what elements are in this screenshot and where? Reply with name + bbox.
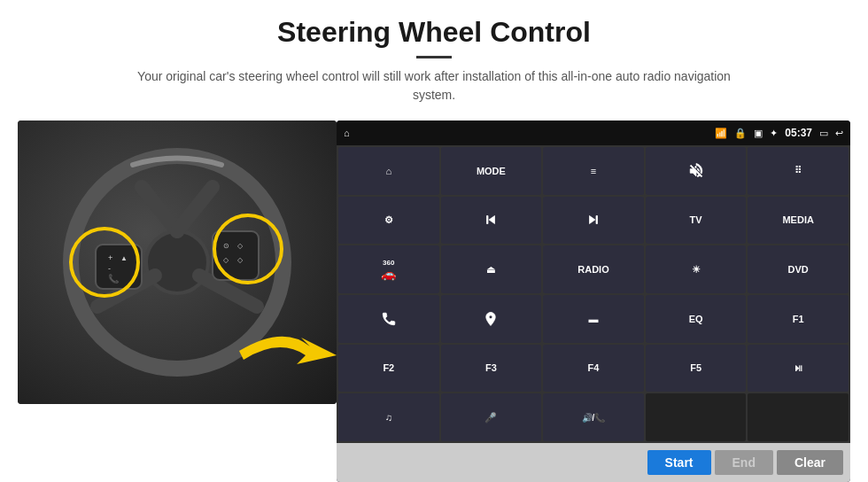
home-status-icon: ⌂ (344, 128, 350, 138)
list-button[interactable]: ≡ (543, 147, 644, 195)
brightness-button[interactable]: ☀ (646, 245, 747, 293)
status-left: ⌂ (344, 128, 350, 138)
playpause-button[interactable]: ⏯ (748, 345, 849, 393)
eq-button[interactable]: EQ (646, 295, 747, 343)
mode-button[interactable]: MODE (441, 147, 542, 195)
screen-icon: ▭ (819, 128, 828, 139)
nav-button[interactable] (441, 295, 542, 343)
radio-button[interactable]: RADIO (543, 245, 644, 293)
svg-line-3 (177, 187, 213, 231)
next-button[interactable] (543, 197, 644, 245)
prev-button[interactable] (441, 197, 542, 245)
f2-button[interactable]: F2 (338, 345, 439, 393)
page-title: Steering Wheel Control (35, 16, 833, 49)
control-panel: ⌂ 📶 🔒 ▣ ✦ 05:37 ▭ ↩ ⌂ MODE ≡ (337, 120, 850, 482)
empty1 (646, 393, 747, 441)
status-right: 📶 🔒 ▣ ✦ 05:37 ▭ ↩ (715, 127, 843, 139)
apps-button[interactable]: ⠿ (748, 147, 849, 195)
phone-button[interactable] (338, 295, 439, 343)
cam360-button[interactable]: 360 🚗 (338, 245, 439, 293)
header-section: Steering Wheel Control Your original car… (0, 0, 868, 112)
f5-button[interactable]: F5 (646, 345, 747, 393)
empty2 (748, 393, 849, 441)
back-icon: ↩ (835, 128, 843, 139)
vol-phone-button[interactable]: 🔊/📞 (543, 393, 644, 441)
tv-button[interactable]: TV (646, 197, 747, 245)
media-button[interactable]: MEDIA (748, 197, 849, 245)
svg-point-1 (146, 231, 208, 293)
bluetooth-status-icon: ✦ (770, 128, 778, 139)
mic-button[interactable]: 🎤 (441, 393, 542, 441)
f4-button[interactable]: F4 (543, 345, 644, 393)
steering-wheel-area: + - ▲ 📞 ⊙ ◇ ◇ ◇ (18, 120, 337, 404)
sim-status-icon: ▣ (754, 128, 763, 139)
end-button[interactable]: End (715, 450, 773, 475)
highlight-circle-right (213, 214, 283, 284)
mute-button[interactable] (646, 147, 747, 195)
home-button[interactable]: ⌂ (338, 147, 439, 195)
aspect-button[interactable]: ▬ (543, 295, 644, 343)
eject-button[interactable]: ⏏ (441, 245, 542, 293)
button-grid: ⌂ MODE ≡ ⠿ ⚙ TV MEDIA (337, 145, 850, 443)
f1-button[interactable]: F1 (748, 295, 849, 343)
bottom-buttons: Start End Clear (337, 443, 850, 482)
lock-status-icon: 🔒 (734, 128, 747, 139)
wifi-status-icon: 📶 (715, 128, 727, 139)
highlight-circle-left (69, 227, 140, 298)
clear-button[interactable]: Clear (777, 450, 843, 475)
svg-line-2 (142, 187, 177, 231)
status-time: 05:37 (785, 127, 812, 139)
status-bar: ⌂ 📶 🔒 ▣ ✦ 05:37 ▭ ↩ (337, 120, 850, 145)
music-button[interactable]: ♫ (338, 393, 439, 441)
steering-wheel-image: + - ▲ 📞 ⊙ ◇ ◇ ◇ (18, 120, 337, 404)
subtitle: Your original car's steering wheel contr… (124, 67, 744, 105)
title-divider (416, 56, 452, 58)
content-section: + - ▲ 📞 ⊙ ◇ ◇ ◇ (0, 112, 868, 482)
f3-button[interactable]: F3 (441, 345, 542, 393)
dvd-button[interactable]: DVD (748, 245, 849, 293)
settings-button[interactable]: ⚙ (338, 197, 439, 245)
page-container: Steering Wheel Control Your original car… (0, 0, 868, 482)
start-button[interactable]: Start (647, 450, 711, 475)
yellow-arrow (230, 315, 337, 386)
